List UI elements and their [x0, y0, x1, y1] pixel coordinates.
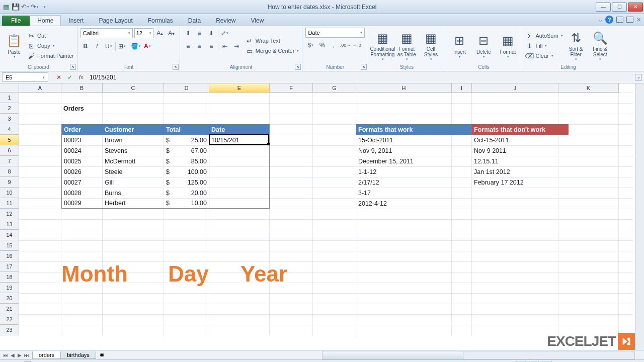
- expand-formula-bar-button[interactable]: ⌄: [635, 74, 642, 81]
- window-restore-icon[interactable]: [626, 17, 633, 23]
- merge-center-button[interactable]: ▭Merge & Center▾: [246, 46, 299, 55]
- col-header-C[interactable]: C: [103, 83, 164, 93]
- sheet-tab-birthdays[interactable]: birthdays: [60, 351, 96, 359]
- tab-page-layout[interactable]: Page Layout: [91, 15, 140, 26]
- undo-icon[interactable]: ↶▾: [21, 3, 29, 11]
- row-header-11[interactable]: 11: [0, 198, 19, 209]
- cell-D4[interactable]: Total: [164, 124, 209, 135]
- confirm-edit-button[interactable]: ✓: [64, 72, 75, 82]
- qat-menu-icon[interactable]: ▾: [40, 3, 48, 11]
- new-sheet-button[interactable]: ✱: [98, 351, 107, 358]
- file-tab[interactable]: File: [2, 16, 30, 26]
- col-header-E[interactable]: E: [209, 83, 270, 93]
- cell-H5[interactable]: 15-Oct-2011: [356, 135, 452, 145]
- align-top-button[interactable]: ⬆: [183, 28, 193, 38]
- sheet-tab-orders[interactable]: orders: [32, 351, 61, 359]
- cell-E4[interactable]: Date: [209, 124, 270, 135]
- row-header-6[interactable]: 6: [0, 145, 19, 156]
- delete-cells-button[interactable]: ⊟Delete▾: [472, 28, 495, 64]
- cell-B5[interactable]: 00023: [61, 135, 103, 145]
- align-right-button[interactable]: ≡: [206, 41, 216, 51]
- cell-B6[interactable]: 00024: [61, 145, 103, 156]
- find-select-button[interactable]: 🔍Find & Select▾: [589, 28, 611, 64]
- row-header-4[interactable]: 4: [0, 124, 19, 135]
- cell-H6[interactable]: Nov 9, 2011: [356, 145, 452, 156]
- clipboard-launcher[interactable]: ⬊: [70, 64, 76, 70]
- row-header-23[interactable]: 23: [0, 325, 19, 335]
- row-header-13[interactable]: 13: [0, 219, 19, 230]
- cell-D7[interactable]: $85.00: [164, 156, 209, 166]
- help-icon[interactable]: ?: [605, 16, 613, 24]
- align-bottom-button[interactable]: ⬇: [206, 28, 216, 38]
- number-launcher[interactable]: ⬊: [361, 64, 367, 70]
- col-header-D[interactable]: D: [164, 83, 209, 93]
- cell-styles-button[interactable]: ▦Cell Styles▾: [420, 28, 442, 64]
- cell-D9[interactable]: $125.00: [164, 177, 209, 188]
- cell-J5[interactable]: Oct-15-2011: [472, 135, 558, 145]
- tab-view[interactable]: View: [244, 15, 272, 26]
- format-as-table-button[interactable]: ▦Format as Table▾: [395, 28, 418, 64]
- tab-review[interactable]: Review: [208, 15, 243, 26]
- font-name-combo[interactable]: Calibri▾: [80, 28, 133, 38]
- cell-E5[interactable]: 10/15/201: [209, 135, 270, 145]
- cell-H11[interactable]: 2012-4-12: [356, 198, 452, 209]
- window-minimize-icon[interactable]: [616, 17, 623, 23]
- cell-C11[interactable]: Herbert: [103, 198, 164, 209]
- wrap-text-button[interactable]: ↵Wrap Text: [246, 36, 299, 45]
- number-format-combo[interactable]: Date▾: [305, 28, 365, 38]
- cell-B7[interactable]: 00025: [61, 156, 103, 166]
- col-header-I[interactable]: I: [452, 83, 472, 93]
- alignment-launcher[interactable]: ⬊: [295, 64, 301, 70]
- cell-B4[interactable]: Order: [61, 124, 103, 135]
- accounting-format-button[interactable]: $▾: [305, 40, 315, 50]
- next-sheet-button[interactable]: ▶: [16, 352, 23, 358]
- col-header-H[interactable]: H: [356, 83, 452, 93]
- sort-filter-button[interactable]: ⇅Sort & Filter▾: [565, 28, 587, 64]
- increase-decimal-button[interactable]: .00→: [340, 40, 350, 50]
- underline-button[interactable]: U▾: [104, 41, 114, 51]
- grow-font-button[interactable]: A▴: [155, 28, 165, 38]
- font-launcher[interactable]: ⬊: [173, 64, 179, 70]
- clear-button[interactable]: ⌫Clear▾: [525, 51, 562, 60]
- cell-C10[interactable]: Burns: [103, 188, 164, 198]
- cell-B11[interactable]: 00029: [61, 198, 103, 209]
- cell-H7[interactable]: December 15, 2011: [356, 156, 452, 166]
- row-header-15[interactable]: 15: [0, 240, 19, 251]
- formula-input[interactable]: 10/15/201: [87, 74, 633, 81]
- cell-J7[interactable]: 12.15.11: [472, 156, 558, 166]
- select-all-corner[interactable]: [0, 83, 19, 93]
- row-header-10[interactable]: 10: [0, 188, 19, 198]
- col-header-K[interactable]: K: [558, 83, 619, 93]
- cell-H8[interactable]: 1-1-12: [356, 166, 452, 177]
- prev-sheet-button[interactable]: ◀: [9, 352, 16, 358]
- copy-button[interactable]: ⎘Copy▾: [27, 41, 74, 50]
- cut-button[interactable]: ✂Cut: [27, 31, 74, 40]
- cell-D8[interactable]: $100.00: [164, 166, 209, 177]
- vertical-scrollbar[interactable]: [635, 83, 644, 350]
- format-cells-button[interactable]: ▦Format▾: [497, 28, 519, 64]
- decrease-indent-button[interactable]: ⇤: [220, 41, 230, 51]
- cell-J4[interactable]: Formats that don't work: [472, 124, 569, 135]
- orientation-button[interactable]: ⤢▾: [220, 28, 230, 38]
- col-header-G[interactable]: G: [313, 83, 356, 93]
- row-header-20[interactable]: 20: [0, 293, 19, 304]
- cell-H4[interactable]: Formats that work: [356, 124, 472, 135]
- row-header-18[interactable]: 18: [0, 272, 19, 283]
- fill-button[interactable]: ⬇Fill▾: [525, 41, 562, 50]
- cell-D6[interactable]: $67.00: [164, 145, 209, 156]
- cell-C5[interactable]: Brown: [103, 135, 164, 145]
- format-painter-button[interactable]: 🖌Format Painter: [27, 51, 74, 60]
- row-header-7[interactable]: 7: [0, 156, 19, 166]
- horizontal-scrollbar[interactable]: [322, 351, 635, 359]
- comma-format-button[interactable]: ,: [329, 40, 339, 50]
- row-header-14[interactable]: 14: [0, 230, 19, 240]
- row-header-22[interactable]: 22: [0, 314, 19, 325]
- cell-C4[interactable]: Customer: [103, 124, 164, 135]
- cancel-edit-button[interactable]: ✕: [53, 72, 64, 82]
- cell-D5[interactable]: $25.00: [164, 135, 209, 145]
- font-color-button[interactable]: A▾: [142, 41, 152, 51]
- cell-B9[interactable]: 00027: [61, 177, 103, 188]
- cell-B2[interactable]: Orders: [61, 103, 103, 114]
- autosum-button[interactable]: ΣAutoSum▾: [525, 31, 562, 40]
- fill-color-button[interactable]: 🪣▾: [131, 41, 141, 51]
